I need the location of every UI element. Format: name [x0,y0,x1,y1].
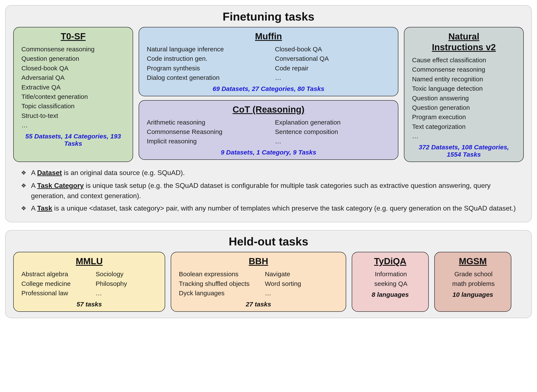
card-cot-cols: Arithmetic reasoning Commonsense Reasoni… [145,118,392,146]
def-term: Task [37,204,52,212]
card-bbh-title: BBH [178,256,339,266]
bullet-icon: ❖ [21,168,26,178]
list-item: Information [360,269,422,279]
list-item: Navigate [265,269,339,279]
list-item: Title/context generation [21,92,126,101]
definition-task: ❖ A Task is a unique <dataset, task cate… [21,203,520,214]
list-item: Arithmetic reasoning [147,118,263,127]
heldout-title: Held-out tasks [13,235,524,248]
list-item: Code repair [275,64,392,73]
list-item: Conversational QA [275,54,392,63]
card-mgsm: MGSM Grade school math problems 10 langu… [434,252,511,312]
list-item: Code instruction gen. [147,54,263,63]
card-tydiqa-title: TyDiQA [359,256,422,266]
card-muffin-right: Closed-book QA Conversational QA Code re… [274,45,392,83]
card-bbh-stats: 27 tasks [178,301,339,308]
def-post: is unique task setup (e.g. the SQuAD dat… [31,182,491,200]
definition-text: A Task Category is unique task setup (e.… [31,180,520,201]
list-item: math problems [442,279,505,289]
list-item: Dialog context generation [147,73,263,82]
card-mmlu-left: Abstract algebra College medicine Profes… [20,269,84,298]
card-t0sf-title: T0-SF [20,31,126,42]
card-mmlu-stats: 57 tasks [20,301,158,308]
list-item: Topic classification [21,101,126,111]
finetuning-mid-column: Muffin Natural language inference Code i… [139,27,398,162]
card-cot: CoT (Reasoning) Arithmetic reasoning Com… [139,100,398,160]
list-item: Question answering [412,93,517,103]
def-post: is an original data source (e.g. SQuAD). [62,169,185,177]
list-item: Abstract algebra [21,269,84,279]
definition-text: A Dataset is an original data source (e.… [31,168,185,178]
card-t0sf-list: Commonsense reasoning Question generatio… [20,45,126,130]
card-mmlu-right: Sociology Philosophy … [94,269,158,298]
list-item: Program synthesis [147,64,263,73]
def-term: Task Category [37,182,84,189]
card-muffin-cols: Natural language inference Code instruct… [145,45,392,83]
card-bbh-left: Boolean expressions Tracking shuffled ob… [178,269,253,298]
list-item: Commonsense reasoning [412,65,517,74]
list-item: Natural language inference [147,45,263,54]
card-tydiqa-stats: 8 languages [359,291,422,298]
list-item: Commonsense Reasoning [147,127,263,136]
finetuning-title: Finetuning tasks [13,10,524,23]
card-t0sf-stats: 55 Datasets, 14 Categories, 193 Tasks [20,133,126,147]
list-item: … [265,289,339,298]
definitions: ❖ A Dataset is an original data source (… [13,168,524,214]
list-item: Philosophy [96,279,158,289]
list-item: Explanation generation [275,118,392,127]
card-cot-left: Arithmetic reasoning Commonsense Reasoni… [145,118,263,146]
card-ni-title-l1: Natural [449,32,479,42]
list-item: Adversarial QA [21,73,126,82]
def-pre: A [31,204,37,212]
finetuning-row: T0-SF Commonsense reasoning Question gen… [13,27,524,162]
card-bbh-right: Navigate Word sorting … [264,269,339,298]
card-mgsm-list: Grade school math problems [441,269,505,289]
list-item: Closed-book QA [275,45,392,54]
list-item: … [275,73,392,82]
heldout-row: MMLU Abstract algebra College medicine P… [13,252,524,312]
list-item: … [96,289,158,298]
list-item: Sentence composition [275,127,392,136]
list-item: Toxic language detection [412,84,517,93]
list-item: Named entity recognition [412,75,517,84]
card-muffin-stats: 69 Datasets, 27 Categories, 80 Tasks [145,85,392,93]
list-item: Program execution [412,112,517,122]
list-item: Implicit reasoning [147,136,263,146]
list-item: … [21,121,126,130]
list-item: Tracking shuffled objects [179,279,253,289]
card-cot-title: CoT (Reasoning) [145,104,392,115]
def-pre: A [31,169,37,177]
list-item: Commonsense reasoning [21,45,126,54]
def-term: Dataset [37,169,62,177]
list-item: seeking QA [360,279,422,289]
list-item: Question generation [412,103,517,112]
list-item: Word sorting [265,279,339,289]
card-ni-stats: 372 Datasets, 108 Categories, 1554 Tasks [411,144,517,158]
list-item: Professional law [21,289,84,298]
list-item: Text categorization [412,122,517,131]
card-mmlu-cols: Abstract algebra College medicine Profes… [20,269,158,298]
bullet-icon: ❖ [21,180,26,191]
card-ni-title: Natural Instructions v2 [411,31,517,52]
card-tydiqa: TyDiQA Information seeking QA 8 language… [352,252,429,312]
heldout-panel: Held-out tasks MMLU Abstract algebra Col… [5,230,532,318]
card-muffin-left: Natural language inference Code instruct… [145,45,263,83]
card-muffin: Muffin Natural language inference Code i… [139,27,398,96]
card-bbh-cols: Boolean expressions Tracking shuffled ob… [178,269,339,298]
list-item: … [412,131,517,141]
list-item: Question generation [21,54,126,63]
list-item: Extractive QA [21,83,126,92]
list-item: Struct-to-text [21,111,126,121]
card-mgsm-stats: 10 languages [441,291,505,298]
card-bbh: BBH Boolean expressions Tracking shuffle… [171,252,346,312]
list-item: Closed-book QA [21,64,126,73]
card-ni-list: Cause effect classification Commonsense … [411,56,517,141]
card-ni-title-l2: Instructions v2 [432,42,496,52]
card-cot-stats: 9 Datasets, 1 Category, 9 Tasks [145,149,392,156]
finetuning-panel: Finetuning tasks T0-SF Commonsense reaso… [5,5,532,222]
list-item: … [275,136,392,146]
card-muffin-title: Muffin [145,31,392,42]
definition-dataset: ❖ A Dataset is an original data source (… [21,168,520,178]
card-ni: Natural Instructions v2 Cause effect cla… [404,27,524,162]
card-mmlu: MMLU Abstract algebra College medicine P… [13,252,165,312]
